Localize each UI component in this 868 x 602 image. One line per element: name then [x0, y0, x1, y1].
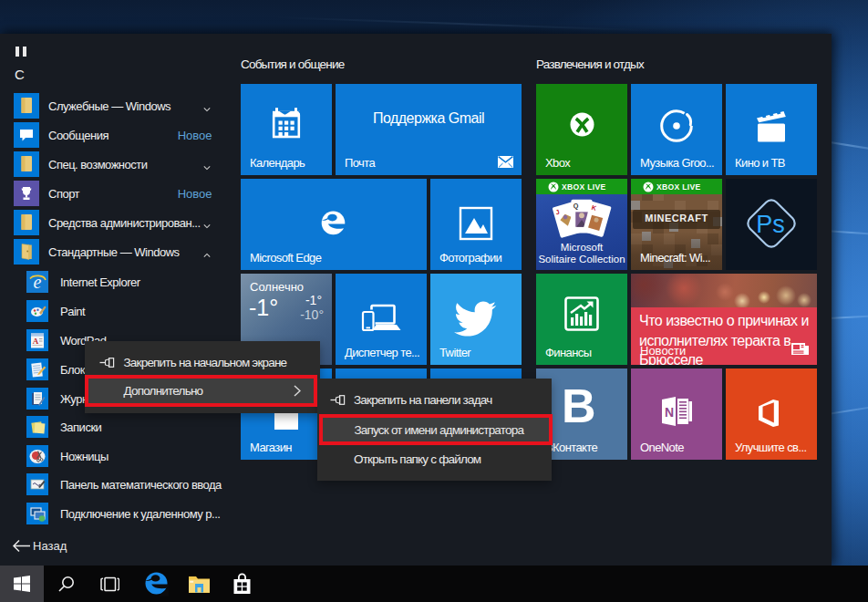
svg-text:XBOX LIVE: XBOX LIVE — [562, 182, 606, 192]
svg-text:A: A — [33, 337, 39, 346]
svg-text:e: e — [34, 272, 42, 292]
svg-text:Ps: Ps — [756, 211, 785, 238]
svg-text:Q: Q — [574, 202, 579, 210]
svg-text:N: N — [665, 405, 674, 420]
svg-text:XBOX LIVE: XBOX LIVE — [656, 182, 701, 192]
